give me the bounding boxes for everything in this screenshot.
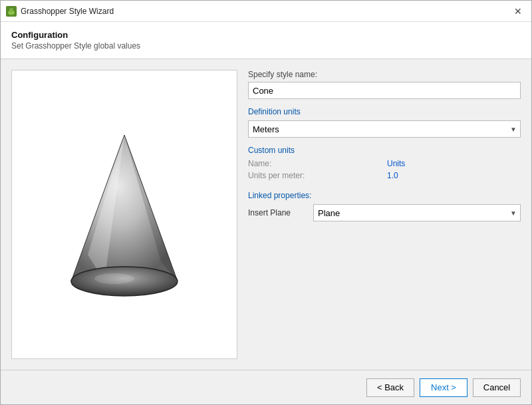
back-button[interactable]: < Back: [366, 378, 414, 397]
wizard-window: Grasshopper Style Wizard ✕ Configuration…: [0, 0, 532, 405]
definition-units-label: Definition units: [248, 107, 521, 116]
preview-panel: [11, 70, 237, 359]
content-area: Specify style name: Definition units Met…: [1, 59, 531, 370]
custom-units-section: Custom units Name: Units Units per meter…: [248, 146, 521, 180]
close-button[interactable]: ✕: [510, 3, 526, 19]
next-button[interactable]: Next >: [420, 378, 467, 397]
insert-plane-row: Insert Plane Plane XY Plane XZ Plane YZ …: [248, 204, 521, 221]
linked-properties-label: Linked properties:: [248, 191, 521, 200]
custom-units-grid: Name: Units Units per meter: 1.0: [248, 159, 521, 180]
footer: < Back Next > Cancel: [1, 370, 531, 404]
svg-point-9: [94, 273, 134, 284]
custom-units-label: Custom units: [248, 146, 521, 155]
definition-units-section: Definition units Meters Feet Centimeters…: [248, 107, 521, 138]
cancel-button[interactable]: Cancel: [473, 378, 521, 397]
svg-point-2: [9, 8, 13, 12]
window-title: Grasshopper Style Wizard: [21, 7, 114, 16]
style-name-section: Specify style name:: [248, 70, 521, 99]
custom-units-name-label: Name:: [248, 159, 382, 168]
custom-units-per-meter-value: 1.0: [387, 171, 521, 180]
title-bar: Grasshopper Style Wizard ✕: [1, 1, 531, 22]
insert-plane-select[interactable]: Plane XY Plane XZ Plane YZ Plane: [313, 204, 521, 221]
cone-preview: [51, 122, 198, 308]
custom-units-name-value: Units: [387, 159, 521, 168]
style-name-input[interactable]: [248, 82, 521, 99]
header-title: Configuration: [11, 30, 521, 40]
insert-plane-select-wrapper: Plane XY Plane XZ Plane YZ Plane ▼: [313, 204, 521, 221]
app-icon: [6, 6, 17, 17]
header-subtitle: Set Grasshopper Style global values: [11, 41, 521, 51]
linked-properties-section: Linked properties: Insert Plane Plane XY…: [248, 191, 521, 221]
definition-units-select[interactable]: Meters Feet Centimeters Millimeters Inch…: [248, 120, 521, 138]
definition-units-wrapper: Meters Feet Centimeters Millimeters Inch…: [248, 120, 521, 138]
form-panel: Specify style name: Definition units Met…: [248, 70, 521, 359]
header-section: Configuration Set Grasshopper Style glob…: [1, 22, 531, 59]
title-bar-left: Grasshopper Style Wizard: [6, 6, 114, 17]
style-name-label: Specify style name:: [248, 70, 521, 79]
insert-plane-label: Insert Plane: [248, 208, 308, 217]
custom-units-per-meter-label: Units per meter:: [248, 171, 382, 180]
